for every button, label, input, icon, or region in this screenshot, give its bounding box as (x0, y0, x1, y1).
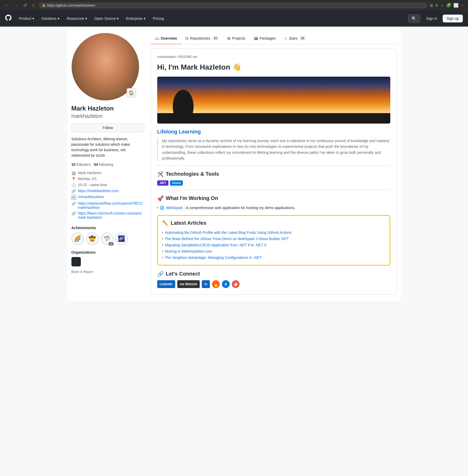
webspark-description: : A comprehensive web application for ho… (184, 206, 295, 210)
stackoverflow-icon: 🔗 (71, 202, 76, 206)
lock-icon: 🔒 (42, 4, 46, 7)
extension-icon[interactable]: 🧩 (446, 3, 451, 8)
meta-stackoverflow-link[interactable]: https://stackoverflow.com/users/479571/m… (78, 201, 144, 210)
chevron-down-icon: ▾ (58, 16, 59, 21)
search-button[interactable]: 🔍 (408, 14, 420, 23)
tab-stars-label: Stars (289, 36, 297, 40)
nav-open-source[interactable]: Open Source ▾ (91, 14, 122, 23)
tab-repositories-count: 30 (212, 36, 219, 41)
linkedin-badge-icon: in (204, 282, 207, 286)
block-report-link[interactable]: Block or Report (71, 270, 93, 274)
list-item: The Brain Behind the JShow Trivia Demo o… (162, 236, 385, 242)
signup-button[interactable]: Sign up (443, 15, 463, 22)
profile-tabs: 📖 Overview ⊡ Repositories 30 ⊞ Projects … (151, 33, 397, 44)
org-logo (71, 257, 81, 266)
grid-icon[interactable]: ⊞ (430, 3, 433, 8)
organizations-title: Organizations (71, 250, 144, 254)
pencil-emoji: ✏️ (162, 220, 169, 226)
meta-mslearn-link[interactable]: https://learn.microsoft.com/en-us/users/… (78, 211, 144, 219)
tab-stars-count: 58 (299, 36, 306, 41)
article-1-link[interactable]: Automating My GitHub Profile with the La… (165, 230, 291, 235)
article-5-link[interactable]: The Singleton Advantage: Managing Config… (165, 255, 261, 260)
meta-mslearn: 🔗 https://learn.microsoft.com/en-us/user… (71, 211, 144, 219)
tab-projects[interactable]: ⊞ Projects (223, 33, 250, 44)
nav-pricing[interactable]: Pricing (150, 14, 167, 23)
tab-stars[interactable]: ☆ Stars 58 (280, 33, 310, 44)
connect-fire-icon[interactable]: 🔥 (212, 280, 220, 288)
achievement-shark-count: x2 (108, 242, 113, 246)
meta-org-text: Mark Hazleton (78, 171, 101, 175)
main-content: 🏠 Mark Hazleton markhazleton Follow Solu… (67, 27, 401, 301)
meta-location-text: Wichita, KS (78, 177, 97, 181)
browser-chrome: ← → ↺ ⌂ 🔒 https://github.com/markhazleto… (0, 0, 468, 10)
nav-product[interactable]: Product ▾ (16, 14, 37, 23)
tab-repositories[interactable]: ⊡ Repositories 30 (181, 33, 223, 44)
meta-linkedin-link[interactable]: in/markhazleton (78, 195, 104, 199)
achievement-shark-icon: 🦈 (103, 235, 110, 242)
chevron-down-icon: ▾ (117, 16, 119, 21)
meta-linkedin: in in/markhazleton (71, 195, 144, 200)
list-item: The Singleton Advantage: Managing Config… (162, 254, 385, 261)
list-item: Automating My GitHub Profile with the La… (162, 229, 385, 236)
article-2-link[interactable]: The Brain Behind the JShow Trivia Demo o… (165, 237, 289, 241)
back-button[interactable]: ← (3, 2, 10, 8)
article-4-link[interactable]: Moving to MarkHazleton.com (165, 249, 212, 253)
articles-title: Latest Articles (171, 220, 206, 226)
achievement-yolo: 🌈 (71, 233, 84, 245)
address-bar[interactable]: 🔒 https://github.com/markhazleton (39, 2, 427, 8)
url-text: https://github.com/markhazleton (47, 3, 95, 7)
achievement-galaxy: 🌌 (115, 233, 128, 245)
achievement-shark: 🦈 x2 (101, 233, 113, 245)
follow-button[interactable]: Follow (71, 123, 144, 132)
signin-link[interactable]: Sign in (423, 15, 441, 22)
more-icon[interactable]: ⋯ (461, 3, 465, 8)
tools-emoji: 🛠️ (157, 171, 164, 177)
meta-time: 🕐 10:15 - same time (71, 183, 144, 187)
nav-enterprise[interactable]: Enterprise ▾ (123, 14, 149, 23)
readme-breadcrumb: markhazleton / README.md (157, 55, 390, 59)
list-item: 🌐 WebSpark : A comprehensive web applica… (157, 205, 390, 211)
working-list: 🌐 WebSpark : A comprehensive web applica… (157, 205, 390, 211)
star-icon[interactable]: ☆ (440, 3, 444, 8)
tab-overview-label: Overview (161, 36, 177, 40)
avatar-container: 🏠 (71, 33, 139, 101)
tech-heading: 🛠️ Technologies & Tools (157, 171, 390, 177)
tech-title: Technologies & Tools (166, 171, 219, 177)
connect-icons: LinkedIn me Website in 🔥 A ◕ (157, 280, 390, 288)
github-logo[interactable] (5, 15, 11, 22)
home-button[interactable]: ⌂ (31, 2, 36, 8)
nav-solutions[interactable]: Solutions ▾ (38, 14, 63, 23)
tab-packages[interactable]: 📦 Packages (250, 33, 280, 44)
tab-overview[interactable]: 📖 Overview (151, 33, 181, 44)
meta-org: 🏢 Mark Hazleton (71, 171, 144, 175)
split-icon[interactable]: ⬜ (453, 3, 459, 8)
connect-linkedin[interactable]: LinkedIn (157, 280, 175, 288)
achievement-cowboy: 🤠 (86, 233, 99, 245)
meta-website-link[interactable]: https://markhazleton.com (78, 189, 119, 193)
connect-heading: 🔗 Let's Connect (157, 271, 390, 277)
connect-title: Let's Connect (166, 271, 200, 277)
readme-hero-image (157, 77, 390, 124)
auth-section: Sign in Sign up (423, 15, 463, 22)
sidebar: 🏠 Mark Hazleton markhazleton Follow Solu… (71, 33, 144, 295)
connect-me[interactable]: me Website (177, 280, 200, 288)
connect-dev-icon[interactable]: ◕ (232, 280, 240, 288)
profile-username: markhazleton (71, 113, 144, 119)
projects-icon: ⊞ (227, 36, 230, 40)
connect-in[interactable]: in (202, 280, 210, 288)
refresh-button[interactable]: ↺ (22, 2, 28, 8)
connect-azure-icon[interactable]: A (222, 280, 230, 288)
browser-navigation: ← → ↺ ⌂ (3, 2, 36, 8)
following-count[interactable]: 54 following (94, 162, 113, 167)
profile-main: 📖 Overview ⊡ Repositories 30 ⊞ Projects … (151, 33, 397, 295)
chevron-down-icon: ▾ (144, 16, 145, 21)
meta-website: 🔗 https://markhazleton.com (71, 189, 144, 193)
profile-meta: 🏢 Mark Hazleton 📍 Wichita, KS 🕐 10:15 - … (71, 171, 144, 219)
meta-stackoverflow: 🔗 https://stackoverflow.com/users/479571… (71, 201, 144, 210)
forward-button[interactable]: → (13, 2, 20, 8)
webspark-link[interactable]: WebSpark (166, 206, 183, 210)
nav-resources[interactable]: Resources ▾ (64, 14, 90, 23)
font-icon[interactable]: 𝐀 (435, 3, 438, 8)
followers-count[interactable]: 10 followers (71, 162, 91, 167)
article-3-link[interactable]: Migrating SampleMvcCRUD Application from… (165, 243, 266, 247)
